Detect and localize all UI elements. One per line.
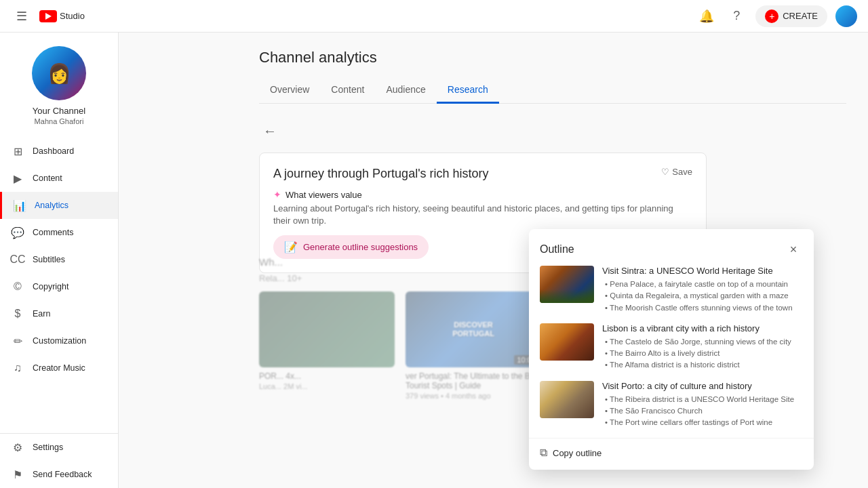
topic-title-text: A journey through Portugal's rich histor… [273,167,489,181]
music-icon: ♫ [11,361,24,375]
tabs: Overview Content Audience Research [259,77,846,104]
channel-sub: Mahna Ghafori [35,117,84,125]
comments-icon: 💬 [11,226,24,239]
sidebar-item-subtitles[interactable]: CC Subtitles [0,246,118,273]
close-outline-button[interactable]: × [784,240,803,259]
creator-music-label: Creator Music [33,363,85,373]
dashboard-label: Dashboard [33,146,74,156]
what-viewers-label: What viewers value [285,190,362,200]
copy-outline-label: Copy outline [553,448,601,458]
video-thumb-2: 10:02 DISCOVERPORTUGAL [406,291,541,367]
topbar-left: ☰ Studio [11,5,85,27]
outline-footer: ⧉ Copy outline [529,438,814,470]
sidebar-item-analytics[interactable]: 📊 Analytics [0,192,118,219]
analytics-icon: 📊 [13,199,26,212]
sidebar-item-customization[interactable]: ✏ Customization [0,327,118,354]
what-viewers-label-row: ✦ What viewers value [273,189,692,200]
studio-text: Studio [60,11,85,21]
tab-audience[interactable]: Audience [375,77,436,104]
analytics-label: Analytics [35,201,68,210]
porto-bullet-3: The Port wine cellars offer tastings of … [602,417,803,428]
content-icon: ▶ [11,171,24,185]
lisbon-bullet-1: The Castelo de São Jorge, stunning views… [602,336,803,348]
save-button[interactable]: ♡ Save [661,167,692,177]
content-label: Content [33,174,62,183]
porto-bullet-2: The São Francisco Church [602,405,803,417]
lisbon-bullet-2: The Bairro Alto is a lively district [602,348,803,359]
outline-section-lisbon: Lisbon is a vibrant city with a rich his… [540,323,803,371]
sidebar-item-feedback[interactable]: ⚑ Send Feedback [0,461,118,488]
sidebar-item-settings[interactable]: ⚙ Settings [0,434,118,461]
generate-label: Generate outline suggestions [303,242,418,252]
lisbon-image [540,323,594,361]
notifications-button[interactable]: 🔔 [696,5,717,27]
porto-title: Visit Porto: a city of culture and histo… [602,381,803,391]
avatar-placeholder: 👩 [32,46,86,100]
tab-content[interactable]: Content [320,77,375,104]
yt-studio-logo: Studio [39,10,85,22]
topbar-right: 🔔 ? CREATE [696,5,857,27]
subtitles-label: Subtitles [33,255,65,264]
earn-icon: $ [11,307,24,321]
help-button[interactable]: ? [726,5,747,27]
settings-label: Settings [33,443,63,452]
outline-header: Outline × [529,229,814,266]
sintra-bullet-2: Quinta da Regaleira, a mystical garden w… [602,290,803,302]
sidebar-item-comments[interactable]: 💬 Comments [0,219,118,246]
video-item-1: POR... 4x... Luca... 2M vi... [259,291,395,400]
tab-overview[interactable]: Overview [259,77,320,104]
lisbon-title: Lisbon is a vibrant city with a rich his… [602,323,803,333]
sintra-title: Visit Sintra: a UNESCO World Heritage Si… [602,266,803,276]
what-viewers-section: ✦ What viewers value Learning about Port… [273,189,692,227]
page-title: Channel analytics [259,49,846,66]
generate-icon: 📝 [284,241,298,253]
create-label: CREATE [783,11,818,21]
nav-items: ⊞ Dashboard ▶ Content 📊 Analytics 💬 Comm… [0,138,118,382]
sidebar-item-earn[interactable]: $ Earn [0,300,118,327]
subtitles-icon: CC [11,253,24,266]
comments-label: Comments [33,228,73,237]
channel-name: Your Channel [33,106,85,116]
notifications-icon: 🔔 [699,9,714,24]
sidebar-item-copyright[interactable]: © Copyright [0,273,118,300]
sidebar-item-content[interactable]: ▶ Content [0,165,118,192]
porto-content: Visit Porto: a city of culture and histo… [602,381,803,429]
sidebar-item-dashboard[interactable]: ⊞ Dashboard [0,138,118,165]
topic-title-row: A journey through Portugal's rich histor… [273,167,692,181]
copyright-label: Copyright [33,282,69,291]
channel-avatar-section: 👩 Your Channel Mahna Ghafori [0,33,118,132]
sintra-bullet-3: The Moorish Castle offers stunning views… [602,302,803,314]
save-label: Save [672,167,692,177]
sintra-image [540,266,594,303]
topbar: ☰ Studio 🔔 ? CREATE [0,0,868,33]
sidebar-item-creator-music[interactable]: ♫ Creator Music [0,354,118,382]
channel-avatar[interactable]: 👩 [32,46,86,100]
create-button[interactable]: CREATE [755,5,827,27]
sidebar: 👩 Your Channel Mahna Ghafori ⊞ Dashboard… [0,0,119,488]
tab-research[interactable]: Research [437,77,499,104]
video-title-2: ver Portugal: The Ultimate to the Best T… [406,371,541,390]
customization-label: Customization [33,336,86,346]
video-title-1: POR... 4x... [259,371,395,381]
outline-sections: Visit Sintra: a UNESCO World Heritage Si… [529,266,814,438]
help-icon: ? [733,9,740,23]
copyright-icon: © [11,280,24,293]
copy-outline-button[interactable]: ⧉ Copy outline [540,447,601,459]
hamburger-button[interactable]: ☰ [11,5,33,27]
main-content: Channel analytics Overview Content Audie… [237,33,868,488]
sintra-bullet-1: Pena Palace, a fairytale castle on top o… [602,279,803,290]
generate-outline-button[interactable]: 📝 Generate outline suggestions [273,235,429,259]
earn-label: Earn [33,309,50,319]
video-meta-2: 379 views • 4 months ago [406,392,541,400]
nav-bottom: ⚙ Settings ⚑ Send Feedback [0,433,118,488]
heart-icon: ♡ [661,167,669,177]
back-button[interactable]: ← [259,120,281,142]
feedback-icon: ⚑ [11,468,24,481]
outline-section-sintra: Visit Sintra: a UNESCO World Heritage Si… [540,266,803,314]
porto-image [540,381,594,418]
create-icon [765,9,778,23]
user-avatar-button[interactable] [835,5,857,27]
video-info-2: ver Portugal: The Ultimate to the Best T… [406,371,541,400]
lisbon-content: Lisbon is a vibrant city with a rich his… [602,323,803,371]
feedback-label: Send Feedback [33,470,92,479]
